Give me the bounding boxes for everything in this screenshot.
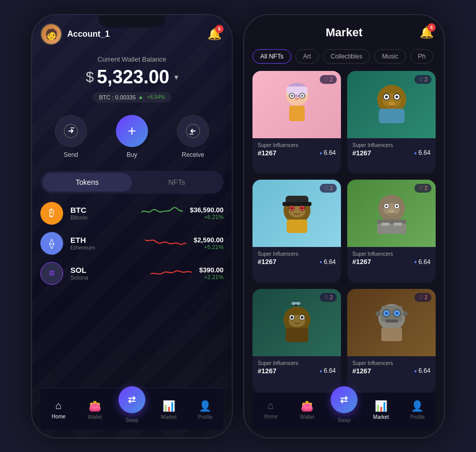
balance-section: Current Wallet Balance $ 5,323.00 ▾ BTC … [40,55,224,103]
phone-notch [98,15,166,27]
nft-card-5[interactable]: ♡ 2 Super Influencers #1267 ♦ 6.64 [252,289,341,392]
wallet-screen: 🧑 Account_1 🔔 5 Current Wallet Balance $… [32,15,232,438]
market-notification-bell[interactable]: 🔔 5 [417,23,436,42]
market-wallet-icon: 👛 [301,400,314,412]
nft-collection-4: Super Influencers [352,251,430,257]
receive-label: Receive [182,151,204,158]
sol-price: $390.00 +2.21% [199,266,224,280]
balance-label: Current Wallet Balance [40,55,224,63]
svg-rect-54 [385,319,398,323]
nav-profile[interactable]: 👤 Profile [192,400,218,420]
swap-button[interactable] [118,386,145,413]
market-profile-icon: 👤 [411,400,424,412]
eth-icon-2: ♦ [414,150,417,156]
receive-action[interactable]: Receive [177,115,209,158]
nft-collection-3: Super Influencers [258,251,336,257]
chevron-down-icon[interactable]: ▾ [174,73,178,81]
eth-name: Ethereum [70,244,138,251]
nft-price-1: ♦ 6.64 [320,149,336,156]
nft-price-4: ♦ 6.64 [414,258,430,266]
market-swap-button[interactable] [331,386,358,413]
home-icon: ⌂ [55,400,62,412]
right-phone: Market 🔔 5 All NFTs Art Collectibles Mus… [243,14,445,439]
nft-card-1[interactable]: ♡ 2 Super Influencers #1267 ♦ 6.64 [252,71,341,174]
nav-market[interactable]: 📊 Market [156,400,182,420]
left-phone: 🧑 Account_1 🔔 5 Current Wallet Balance $… [31,14,233,439]
triangle-up-icon [139,96,143,99]
token-item-btc[interactable]: ₿ BTC Bitcoin $36,590.00 +6.21% [40,202,224,225]
nft-image-1: ♡ 2 [252,71,341,138]
nft-price-3: ♦ 6.64 [320,258,336,266]
svg-rect-4 [287,86,307,95]
tokens-tab[interactable]: Tokens [42,173,132,192]
bottom-nav-right: ⌂ Home 👛 Wallet Swap 📊 Market [252,392,436,429]
nft-card-3[interactable]: ♡ 2 Super Influencers #1267 ♦ 6.64 [252,180,341,283]
nft-image-3: ♡ 2 [252,180,341,247]
market-nav-swap[interactable]: Swap [331,397,358,423]
svg-point-15 [395,95,398,98]
profile-icon: 👤 [199,400,212,412]
account-info: 🧑 Account_1 [40,23,110,45]
market-notification-badge: 5 [427,23,436,32]
sol-symbol: SOL [70,266,143,274]
balance-value: 5,323.00 [97,66,169,88]
notification-bell[interactable]: 🔔 5 [205,25,224,43]
btc-rate: BTC : 0.00335 +6.54% [93,92,171,103]
eth-icon-6: ♦ [414,368,417,374]
filter-music[interactable]: Music [374,49,406,64]
svg-rect-26 [287,220,307,233]
svg-point-8 [301,95,303,97]
filter-ph[interactable]: Ph [410,49,434,64]
nav-home[interactable]: ⌂ Home [46,400,71,419]
market-nav-profile[interactable]: 👤 Profile [405,400,430,420]
market-icon: 📊 [162,400,175,412]
svg-rect-37 [394,223,402,226]
market-market-label: Market [373,414,389,420]
nft-card-2[interactable]: ♡ 2 Super Influencers #1267 ♦ 6.64 [347,71,436,174]
like-badge-5: ♡ 2 [320,293,337,302]
filter-all-nfts[interactable]: All NFTs [252,49,291,64]
buy-label: Buy [127,151,138,158]
token-nft-tabs: Tokens NFTs [40,171,224,194]
btc-price: $36,590.00 +6.21% [190,206,224,220]
eth-info: ETH Ethereum [70,236,138,251]
svg-rect-17 [379,109,405,123]
filter-art[interactable]: Art [295,49,319,64]
btc-name: Bitcoin [70,214,134,221]
send-icon-circle [55,115,87,147]
nft-id-row-4: #1267 ♦ 6.64 [352,258,430,266]
nft-price-2: ♦ 6.64 [414,149,430,156]
nft-info-3: Super Influencers #1267 ♦ 6.64 [252,247,341,270]
svg-point-55 [376,311,381,316]
nft-card-4[interactable]: ♡ 2 Super Influencers #1267 ♦ 6.64 [347,180,436,283]
btc-info: BTC Bitcoin [70,206,134,221]
nfts-tab[interactable]: NFTs [132,173,221,192]
market-nav-wallet[interactable]: 👛 Wallet [294,400,320,420]
send-action[interactable]: Send [55,115,87,158]
phone-notch-right [310,15,378,27]
nft-price-6: ♦ 6.64 [414,367,430,374]
buy-action[interactable]: + Buy [116,115,148,158]
sol-info: SOL Solona [70,266,143,281]
nav-wallet[interactable]: 👛 Wallet [82,400,108,420]
avatar[interactable]: 🧑 [40,23,62,45]
filter-collectibles[interactable]: Collectibles [323,49,370,64]
nft-collection-5: Super Influencers [258,360,336,366]
home-label: Home [52,414,66,419]
svg-point-32 [396,205,398,207]
token-item-sol[interactable]: ≡ SOL Solona $390.00 +2.21% [40,262,224,285]
token-item-eth[interactable]: ⟠ ETH Ethereum $2,590.00 +5.21% [40,232,224,255]
send-label: Send [64,151,78,158]
nft-id-row-3: #1267 ♦ 6.64 [258,258,336,266]
nft-id-2: #1267 [352,149,371,157]
svg-rect-57 [381,328,402,341]
nft-info-2: Super Influencers #1267 ♦ 6.64 [347,138,436,161]
svg-point-42 [290,316,293,318]
market-nav-market[interactable]: 📊 Market [368,400,394,420]
nft-id-6: #1267 [352,367,371,375]
sol-sparkline [151,265,192,282]
nav-swap[interactable]: Swap [118,397,145,423]
sol-icon: ≡ [40,262,63,285]
nft-card-6[interactable]: ♡ 2 Super Influencers #1267 ♦ 6.64 [347,289,436,392]
market-nav-home[interactable]: ⌂ Home [258,400,284,419]
